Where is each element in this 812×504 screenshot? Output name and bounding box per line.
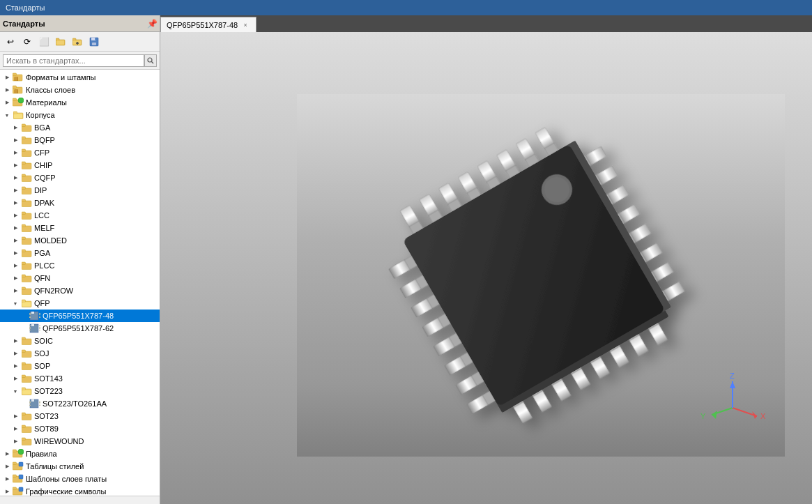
tree-item-sot143[interactable]: ▶SOT143 <box>0 372 160 385</box>
tree-item-sot23[interactable]: ▶SOT23 <box>0 410 160 422</box>
tree-item-cfp[interactable]: ▶CFP <box>0 146 160 159</box>
expand-btn-layers[interactable]: ▶ <box>3 86 11 94</box>
expand-btn-qfp62[interactable] <box>20 324 28 333</box>
tree-item-sop[interactable]: ▶SOP <box>0 360 160 372</box>
expand-btn-materials[interactable]: ▶ <box>3 98 11 107</box>
tree-item-qfn2row[interactable]: ▶QFN2ROW <box>0 284 160 297</box>
item-label-materials: Материалы <box>26 98 67 107</box>
expand-btn-wirewound[interactable]: ▶ <box>11 437 20 445</box>
tree-item-qfp[interactable]: ▼QFP <box>0 297 160 310</box>
expand-btn-qfn[interactable]: ▶ <box>11 274 20 282</box>
tree-item-lcc[interactable]: ▶LCC <box>0 209 160 222</box>
tree-item-graphicsymbols[interactable]: ▶Графические символы <box>0 485 160 496</box>
tree-item-formats[interactable]: ▶▤Форматы и штампы <box>0 71 160 84</box>
tree-item-qfp62[interactable]: QFP65P551X787-62 <box>0 322 160 335</box>
expand-btn-cfp[interactable]: ▶ <box>11 148 20 157</box>
tree-item-sot223[interactable]: ▼SOT223 <box>0 385 160 397</box>
tab-close-button[interactable]: × <box>240 20 250 30</box>
expand-btn-molded[interactable]: ▶ <box>11 236 20 245</box>
tree-item-materials[interactable]: ▶Материалы <box>0 96 160 109</box>
expand-btn-qfn2row[interactable]: ▶ <box>11 287 20 295</box>
pin-icon[interactable]: 📌 <box>147 19 157 29</box>
tree-item-melf[interactable]: ▶MELF <box>0 222 160 234</box>
expand-btn-qfp48[interactable] <box>20 312 28 320</box>
folder-icon <box>22 224 32 232</box>
search-input[interactable] <box>3 54 144 67</box>
search-button[interactable] <box>144 54 157 67</box>
title-bar: Стандарты <box>0 0 812 15</box>
refresh-button[interactable]: ⟳ <box>20 34 35 49</box>
expand-btn-rules[interactable]: ▶ <box>3 450 11 458</box>
svg-rect-47 <box>22 250 26 252</box>
tree-container[interactable]: ▶▤Форматы и штампы▶▤Классы слоев▶Материа… <box>0 70 160 496</box>
undo-button[interactable]: ↩ <box>3 34 18 49</box>
tree-item-chip[interactable]: ▶CHIP <box>0 159 160 171</box>
tree-item-soic[interactable]: ▶SOIC <box>0 335 160 347</box>
tree-item-bqfp[interactable]: ▶BQFP <box>0 134 160 146</box>
expand-btn-chip[interactable]: ▶ <box>11 161 20 169</box>
item-icon-sot223 <box>21 386 32 396</box>
svg-rect-21 <box>13 98 17 101</box>
tree-item-wirewound[interactable]: ▶WIREWOUND <box>0 435 160 448</box>
tree-item-molded[interactable]: ▶MOLDED <box>0 234 160 247</box>
expand-btn-bga[interactable]: ▶ <box>11 123 20 132</box>
open-folder-icon <box>56 38 66 46</box>
tree-item-layertemplates[interactable]: ▶Шаблоны слоев платы <box>0 473 160 485</box>
expand-btn-lcc[interactable]: ▶ <box>11 211 20 220</box>
expand-btn-sop[interactable]: ▶ <box>11 362 20 370</box>
active-tab[interactable]: QFP65P551X787-48 × <box>160 17 256 32</box>
add-folder-button[interactable] <box>70 34 85 49</box>
tree-item-rules[interactable]: ▶Правила <box>0 448 160 460</box>
horizontal-scrollbar[interactable] <box>0 496 160 504</box>
svg-rect-51 <box>22 275 26 277</box>
tree-item-qfn[interactable]: ▶QFN <box>0 272 160 284</box>
expand-btn-dpak[interactable]: ▶ <box>11 199 20 207</box>
expand-btn-bodies[interactable]: ▼ <box>3 111 11 119</box>
tree-item-cqfp[interactable]: ▶CQFP <box>0 171 160 184</box>
expand-btn-layertemplates[interactable]: ▶ <box>3 475 11 483</box>
folder-icon <box>22 287 32 295</box>
expand-btn-styles[interactable]: ▶ <box>3 462 11 471</box>
expand-btn-soj[interactable]: ▶ <box>11 349 20 358</box>
expand-btn-sot223[interactable]: ▼ <box>11 387 20 395</box>
tree-item-dip[interactable]: ▶DIP <box>0 184 160 197</box>
tree-item-pga[interactable]: ▶PGA <box>0 247 160 259</box>
folder-blue-icon <box>13 487 24 496</box>
tree-item-bodies[interactable]: ▼Корпуса <box>0 109 160 121</box>
item-label-plcc: PLCC <box>34 261 54 270</box>
svg-rect-29 <box>22 137 26 139</box>
open-folder-button[interactable] <box>53 34 68 49</box>
expand-btn-melf[interactable]: ▶ <box>11 224 20 232</box>
tree-item-dpak[interactable]: ▶DPAK <box>0 197 160 209</box>
expand-btn-cqfp[interactable]: ▶ <box>11 174 20 182</box>
search-icon <box>147 57 154 64</box>
copy-button[interactable]: ⬜ <box>36 34 52 49</box>
folder-icon <box>22 261 32 270</box>
item-label-sop: SOP <box>34 362 50 370</box>
tree-item-styles[interactable]: ▶Таблицы стилей <box>0 460 160 473</box>
folder-open-icon <box>22 387 32 395</box>
expand-btn-plcc[interactable]: ▶ <box>11 261 20 270</box>
expand-btn-pga[interactable]: ▶ <box>11 249 20 257</box>
tree-item-soj[interactable]: ▶SOJ <box>0 347 160 360</box>
expand-btn-formats[interactable]: ▶ <box>3 73 11 82</box>
tree-item-sot89[interactable]: ▶SOT89 <box>0 422 160 435</box>
save-button[interactable] <box>86 34 102 49</box>
item-icon-materials <box>13 98 24 107</box>
expand-btn-qfp[interactable]: ▼ <box>11 299 20 307</box>
expand-btn-sot23[interactable]: ▶ <box>11 412 20 420</box>
expand-btn-soic[interactable]: ▶ <box>11 337 20 345</box>
svg-rect-18 <box>13 86 17 89</box>
tree-item-sot223a[interactable]: SOT223/TO261AA <box>0 397 160 410</box>
expand-btn-bqfp[interactable]: ▶ <box>11 136 20 144</box>
item-icon-dip <box>21 185 32 195</box>
expand-btn-dip[interactable]: ▶ <box>11 186 20 194</box>
tree-item-qfp48[interactable]: QFP65P551X787-48 <box>0 310 160 322</box>
expand-btn-sot223a[interactable] <box>20 399 28 408</box>
tree-item-bga[interactable]: ▶BGA <box>0 121 160 134</box>
expand-btn-sot143[interactable]: ▶ <box>11 374 20 383</box>
tree-item-plcc[interactable]: ▶PLCC <box>0 259 160 272</box>
expand-btn-sot89[interactable]: ▶ <box>11 425 20 433</box>
tree-item-layers[interactable]: ▶▤Классы слоев <box>0 84 160 96</box>
expand-btn-graphicsymbols[interactable]: ▶ <box>3 487 11 496</box>
